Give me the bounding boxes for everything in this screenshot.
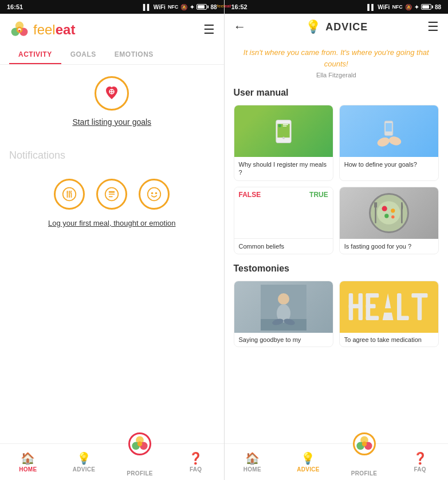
note-icon xyxy=(104,187,119,202)
left-content-area: Start listing your goals Notifications xyxy=(0,65,224,443)
home-icon: 🏠 xyxy=(21,451,35,465)
right-nav-profile[interactable]: 👤 PROFILE xyxy=(336,444,392,480)
svg-rect-59 xyxy=(397,316,409,321)
testimony-1-image xyxy=(234,281,333,333)
svg-rect-32 xyxy=(386,123,392,131)
svg-rect-56 xyxy=(366,316,379,321)
nfc-icon: NFC xyxy=(168,4,179,10)
right-header-center: 💡 ADVICE xyxy=(305,19,368,34)
right-faq-label: FAQ xyxy=(414,466,426,473)
card-common-beliefs-label: Common beliefs xyxy=(234,239,333,254)
svg-point-36 xyxy=(391,208,395,213)
right-nav-advice[interactable]: 💡 ADVICE xyxy=(280,444,336,480)
svg-rect-26 xyxy=(282,124,288,124)
battery-level-r: 88 xyxy=(435,4,441,10)
svg-point-35 xyxy=(382,206,387,211)
log-meal-link[interactable]: Log your first meal, thought or emotion xyxy=(48,219,176,227)
signal-icon-r: ▌▌ xyxy=(367,4,375,10)
logo-highlight: eat xyxy=(56,22,76,37)
svg-rect-15 xyxy=(109,196,113,197)
meal-icons-row xyxy=(54,179,170,210)
bluetooth-icon-r: ✦ xyxy=(414,4,419,10)
quote-author: Ella Fitzgerald xyxy=(234,72,439,78)
logo-area: ♥ feeleat xyxy=(9,19,75,40)
battery-icon-r xyxy=(421,4,431,10)
common-beliefs-image: FALSE feeleat TRUE xyxy=(234,187,333,239)
fasting-image xyxy=(340,187,438,239)
svg-rect-57 xyxy=(384,309,392,313)
wifi-icon-r: WiFi xyxy=(378,4,390,10)
right-screen: 16:52 ▌▌ WiFi NFC 🔕 ✦ 88 ← 💡 ADVICE ☰ It… xyxy=(225,0,449,480)
right-clover-icon xyxy=(355,434,374,454)
right-nav-faq[interactable]: ❓ FAQ xyxy=(392,444,448,480)
plate-food-icon xyxy=(373,197,404,229)
svg-point-45 xyxy=(278,293,289,305)
right-hamburger-button[interactable]: ☰ xyxy=(427,19,439,34)
left-nav-home[interactable]: 🏠 HOME xyxy=(0,444,56,480)
right-profile-icon: 👤 xyxy=(357,455,371,469)
svg-point-16 xyxy=(148,188,161,201)
profile-nav-label: PROFILE xyxy=(127,470,152,477)
svg-point-17 xyxy=(151,192,153,194)
testimonies-title: Testomonies xyxy=(234,263,439,274)
left-header: ♥ feeleat ☰ xyxy=(0,14,224,46)
card-register-meals-label: Why should I register my meals ? xyxy=(234,157,333,180)
right-content-area: It isn't where you came from. It's where… xyxy=(225,40,449,443)
testimonies-cards: Saying goodbye to my xyxy=(234,281,439,347)
right-advice-label: ADVICE xyxy=(297,466,320,473)
svg-point-28 xyxy=(282,136,285,139)
signal-icon: ▌▌ xyxy=(143,4,151,10)
svg-point-30 xyxy=(388,135,402,147)
svg-point-22 xyxy=(137,442,143,447)
testimony-2[interactable]: To agree to take medication xyxy=(339,281,439,347)
right-header: ← 💡 ADVICE ☰ xyxy=(225,14,449,40)
left-nav-profile[interactable]: 👤 PROFILE xyxy=(112,444,168,480)
tab-goals[interactable]: GOALS xyxy=(61,46,105,64)
hamburger-menu-button[interactable]: ☰ xyxy=(203,22,215,37)
testimony-1[interactable]: Saying goodbye to my xyxy=(234,281,333,347)
svg-rect-52 xyxy=(358,293,363,320)
back-button[interactable]: ← xyxy=(234,19,246,34)
svg-rect-27 xyxy=(282,125,286,126)
card-common-beliefs[interactable]: FALSE feeleat TRUE Common beliefs xyxy=(234,187,333,254)
svg-rect-55 xyxy=(366,304,376,309)
false-label: FALSE xyxy=(239,191,261,199)
advice-bulb-icon: 💡 xyxy=(305,19,321,34)
svg-point-34 xyxy=(378,201,400,224)
card-define-goals[interactable]: How to define your goals? xyxy=(339,105,439,181)
register-meals-image xyxy=(234,105,333,157)
right-nav-home[interactable]: 🏠 HOME xyxy=(225,444,281,480)
left-nav-advice[interactable]: 💡 ADVICE xyxy=(56,444,112,480)
svg-text:♥: ♥ xyxy=(18,28,21,33)
advice-nav-icon: 💡 xyxy=(77,451,91,465)
start-goals-link[interactable]: Start listing your goals xyxy=(72,117,151,127)
bluetooth-icon: ✦ xyxy=(190,4,194,10)
emotion-icon xyxy=(139,179,170,210)
left-nav-faq[interactable]: ❓ FAQ xyxy=(168,444,224,480)
right-status-bar: 16:52 ▌▌ WiFi NFC 🔕 ✦ 88 xyxy=(225,0,449,14)
profile-icon: 👤 xyxy=(133,455,147,469)
right-profile-label: PROFILE xyxy=(351,470,377,477)
user-manual-title: User manual xyxy=(234,88,439,98)
testimony-2-image xyxy=(340,281,438,333)
goal-icon-container xyxy=(95,76,129,111)
card-fasting[interactable]: Is fasting good for you ? xyxy=(339,187,439,254)
svg-rect-54 xyxy=(366,293,379,298)
tab-activity[interactable]: ACTIVITY xyxy=(9,46,61,64)
card-define-goals-label: How to define your goals? xyxy=(340,157,438,172)
home-nav-label: HOME xyxy=(19,466,37,473)
card-register-meals[interactable]: Why should I register my meals ? xyxy=(234,105,333,181)
right-faq-icon: ❓ xyxy=(413,451,427,465)
tab-emotions[interactable]: EMOTIONS xyxy=(105,46,163,64)
left-status-icons: ▌▌ WiFi NFC 🔕 ✦ 88 xyxy=(143,4,217,10)
thought-icon xyxy=(96,179,127,210)
right-advice-icon: 💡 xyxy=(301,451,315,465)
logo-flower-icon: ♥ xyxy=(9,19,30,40)
right-bottom-nav: 🏠 HOME 💡 ADVICE 👤 PROFILE ❓ FAQ xyxy=(225,443,449,480)
plate-icon xyxy=(369,193,409,233)
advice-header-title: ADVICE xyxy=(325,21,368,33)
define-goals-image xyxy=(340,105,438,157)
svg-point-38 xyxy=(391,215,395,219)
mute-icon-r: 🔕 xyxy=(405,4,412,10)
nfc-icon-r: NFC xyxy=(392,4,403,10)
